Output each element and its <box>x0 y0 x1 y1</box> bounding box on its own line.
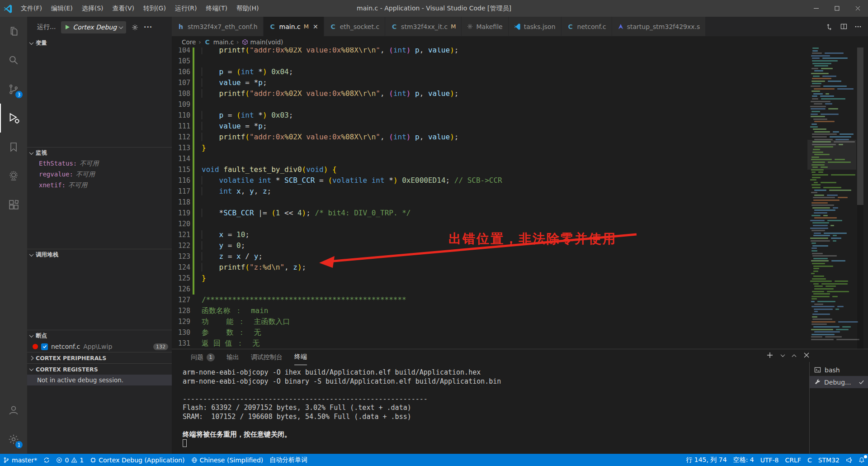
line-number[interactable]: 104 <box>172 48 190 56</box>
tab-eth_socket.c[interactable]: Ceth_socket.c <box>324 17 385 36</box>
line-number[interactable]: 118 <box>172 197 190 208</box>
code-line[interactable]: 114 <box>172 153 868 164</box>
line-number[interactable]: 106 <box>172 67 190 77</box>
line-number[interactable]: 127 <box>172 295 190 305</box>
cortex-registers-header[interactable]: CORTEX REGISTERS <box>27 364 172 375</box>
menu-go[interactable]: 转到(G) <box>139 0 170 17</box>
status-language[interactable]: Chinese (Simplified) <box>188 454 267 466</box>
call-stack-header[interactable]: 调用堆栈 <box>27 249 172 260</box>
status-indentation[interactable]: 空格: 4 <box>730 454 757 466</box>
tab-netconf.c[interactable]: Cnetconf.c <box>561 17 612 36</box>
watch-item[interactable]: xnetif:不可用 <box>27 180 172 191</box>
activity-source-control[interactable]: 3 <box>0 75 27 104</box>
code-line[interactable]: 112 printf("addr:0x%02X value:0x%08X\r\n… <box>172 132 868 143</box>
breakpoints-header[interactable]: 断点 <box>27 330 172 341</box>
code-line[interactable]: 126 <box>172 284 868 295</box>
status-word-analyze[interactable]: 自动分析单词 <box>266 454 311 466</box>
variables-header[interactable]: 变量 <box>27 38 172 48</box>
line-number[interactable]: 113 <box>172 143 190 153</box>
status-notifications[interactable] <box>855 454 868 466</box>
code-line[interactable]: 120 <box>172 219 868 229</box>
line-number[interactable]: 130 <box>172 327 190 338</box>
code-line[interactable]: 129功 能 ： 主函数入口 <box>172 316 868 327</box>
new-terminal-icon[interactable] <box>767 352 773 358</box>
terminal-output[interactable]: arm-none-eabi-objcopy -O ihex build/Appl… <box>183 368 501 448</box>
activity-stamp[interactable] <box>0 162 27 190</box>
line-number[interactable]: 120 <box>172 219 190 229</box>
status-branch[interactable]: master* <box>0 454 40 466</box>
status-problems[interactable]: 01 <box>53 454 87 466</box>
breadcrumb-item[interactable]: main(void) <box>242 38 283 46</box>
code-line[interactable]: 131返 回 值 ： 无 <box>172 338 868 349</box>
activity-extensions[interactable] <box>0 190 27 219</box>
code-line[interactable]: 109 <box>172 99 868 110</box>
line-number[interactable]: 108 <box>172 88 190 99</box>
close-window-icon[interactable] <box>847 0 868 17</box>
status-encoding[interactable]: UTF-8 <box>757 454 782 466</box>
activity-explorer[interactable] <box>0 17 27 46</box>
code-line[interactable]: 115void fault_test_by_div0(void) { <box>172 164 868 175</box>
line-number[interactable]: 123 <box>172 251 190 262</box>
menu-file[interactable]: 文件(F) <box>16 0 47 17</box>
code-line[interactable]: 116 volatile int * SCB_CCR = (volatile i… <box>172 175 868 186</box>
line-number[interactable]: 110 <box>172 110 190 121</box>
tab-main.c[interactable]: Cmain.cM✕ <box>264 17 324 36</box>
line-number[interactable]: 131 <box>172 338 190 349</box>
watch-item[interactable]: EthStatus:不可用 <box>27 158 172 169</box>
code-line[interactable]: 130参 数 ： 无 <box>172 327 868 338</box>
menu-run[interactable]: 运行(R) <box>170 0 202 17</box>
panel-tab-输出[interactable]: 输出 <box>226 349 239 365</box>
line-number[interactable]: 116 <box>172 175 190 186</box>
line-number[interactable]: 124 <box>172 262 190 273</box>
open-changes-icon[interactable] <box>826 23 833 30</box>
activity-run-debug[interactable] <box>0 104 27 133</box>
activity-settings[interactable]: 1 <box>0 425 27 454</box>
code-line[interactable]: 117 int x, y, z; <box>172 186 868 197</box>
code-editor[interactable]: 104 printf("addr:0x%02X value:0x%08X\r\n… <box>172 48 868 349</box>
debug-settings-gear-icon[interactable] <box>132 24 138 31</box>
status-stm32[interactable]: STM32 <box>815 454 843 466</box>
maximize-panel-icon[interactable] <box>792 354 797 359</box>
breadcrumb-item[interactable]: Cmain.c <box>204 38 234 46</box>
maximize-icon[interactable] <box>826 0 847 17</box>
panel-tab-问题[interactable]: 问题1 <box>191 349 215 365</box>
status-eol[interactable]: CRLF <box>782 454 804 466</box>
code-line[interactable]: 124 printf("z:%d\n", z); <box>172 262 868 273</box>
watch-header[interactable]: 监视 <box>27 147 172 158</box>
line-number[interactable]: 122 <box>172 240 190 251</box>
status-debug-config[interactable]: Cortex Debug (Application) <box>87 454 188 466</box>
line-number[interactable]: 121 <box>172 229 190 240</box>
menu-view[interactable]: 查看(V) <box>108 0 139 17</box>
code-line[interactable]: 128函数名称 ： main <box>172 305 868 316</box>
split-editor-icon[interactable] <box>840 23 847 30</box>
line-number[interactable]: 125 <box>172 273 190 284</box>
activity-bookmarks[interactable] <box>0 133 27 162</box>
line-number[interactable]: 117 <box>172 186 190 197</box>
menu-help[interactable]: 帮助(H) <box>232 0 263 17</box>
line-number[interactable]: 114 <box>172 153 190 164</box>
line-number[interactable]: 126 <box>172 284 190 295</box>
code-line[interactable]: 123 z = x / y; <box>172 251 868 262</box>
menu-edit[interactable]: 编辑(E) <box>47 0 77 17</box>
close-tab-icon[interactable]: ✕ <box>313 23 318 30</box>
code-line[interactable]: 108 printf("addr:0x%02X value:0x%08X\r\n… <box>172 88 868 99</box>
code-line[interactable]: 118 <box>172 197 868 208</box>
status-sync[interactable] <box>40 454 53 466</box>
activity-account[interactable] <box>0 396 27 425</box>
line-number[interactable]: 105 <box>172 56 190 67</box>
breadcrumb-item[interactable]: Core <box>182 38 196 46</box>
tab-stm32f4xx_it.c[interactable]: Cstm32f4xx_it.cM <box>385 17 462 36</box>
activity-search[interactable] <box>0 46 27 75</box>
line-number[interactable]: 128 <box>172 305 190 316</box>
code-line[interactable]: 125} <box>172 273 868 284</box>
breakpoint-row[interactable]: netconf.c App\Lwip 132 <box>27 341 172 352</box>
terminal-entry-Debug...[interactable]: Debug... <box>810 376 868 388</box>
status-language-mode[interactable]: C <box>804 454 815 466</box>
cortex-peripherals-header[interactable]: CORTEX PERIPHERALS <box>27 352 172 363</box>
tab-stm32f4x7_eth_conf.h[interactable]: hstm32f4x7_eth_conf.h <box>172 17 264 36</box>
tab-tasks.json[interactable]: tasks.json <box>509 17 561 36</box>
code-line[interactable]: 110 p = (int *) 0x03; <box>172 110 868 121</box>
code-line[interactable]: 106 p = (int *) 0x04; <box>172 67 868 77</box>
tab-Makefile[interactable]: Makefile <box>462 17 508 36</box>
panel-tab-终端[interactable]: 终端 <box>294 349 307 365</box>
